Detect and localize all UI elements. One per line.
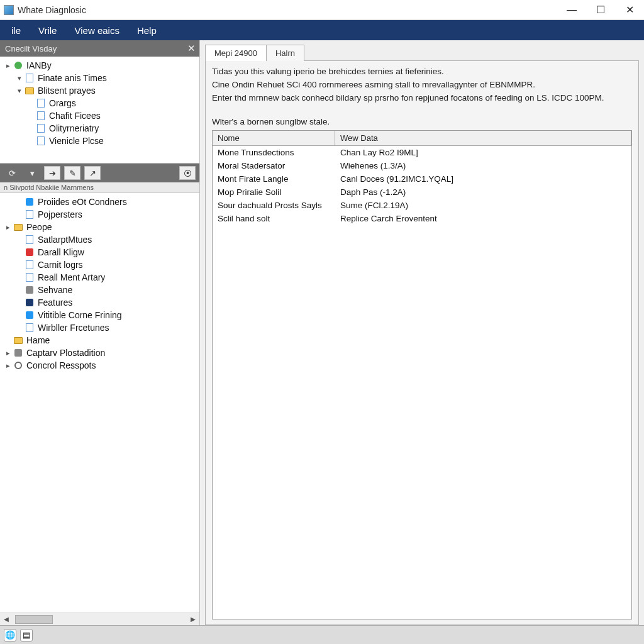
cell-name: Mop Priralie Solil bbox=[213, 186, 335, 199]
toolbar-dropdown-icon[interactable]: ▾ bbox=[24, 166, 40, 180]
doc-icon bbox=[35, 98, 47, 108]
lower-node-9[interactable]: Vititible Corne Frining bbox=[1, 309, 198, 321]
table-row[interactable]: Sour dachuald Prosts SaylsSume (FCl.2.19… bbox=[213, 199, 631, 212]
lower-node-1[interactable]: Pojpersters bbox=[1, 208, 198, 221]
doc-icon bbox=[35, 136, 47, 146]
doc-icon bbox=[35, 123, 47, 133]
tree-lower[interactable]: Proiides eOt CondnersPojpersters▸PeopeSa… bbox=[0, 193, 199, 613]
tab-body: Tidas you this valung iperio be brehicde… bbox=[205, 60, 639, 625]
twist-icon[interactable]: ▾ bbox=[15, 87, 24, 95]
upper-node-0[interactable]: ▸IANBy bbox=[1, 59, 198, 72]
grid-header: Nome Wew Data bbox=[213, 131, 631, 146]
grid-body[interactable]: Mone TrunsdectionsChan Lay Ro2 I9ML]Mora… bbox=[213, 146, 631, 619]
tab-0[interactable]: Mepi 24900 bbox=[205, 45, 267, 61]
twist-icon[interactable]: ▾ bbox=[15, 74, 24, 82]
cell-data: Chan Lay Ro2 I9ML] bbox=[335, 146, 631, 159]
tree-node-label: Carnit logrs bbox=[38, 260, 83, 270]
column-header-data[interactable]: Wew Data bbox=[335, 131, 631, 145]
cell-data: Replice Carch Eroventent bbox=[335, 212, 631, 225]
toolbar-open-button[interactable]: ↗ bbox=[84, 166, 101, 180]
tree-node-label: Peope bbox=[26, 222, 52, 232]
lower-node-6[interactable]: Reall Ment Artary bbox=[1, 271, 198, 284]
tree-node-label: Sehvane bbox=[38, 285, 72, 295]
darkblue-icon bbox=[24, 297, 35, 308]
status-globe-icon[interactable]: 🌐 bbox=[4, 629, 16, 641]
window-title: Whate Diagnlosic bbox=[18, 5, 86, 15]
menu-help[interactable]: Help bbox=[128, 21, 165, 40]
toolbar-refresh-icon[interactable]: ⟳ bbox=[4, 166, 20, 180]
upper-node-6[interactable]: Vienicle Plcse bbox=[1, 135, 198, 147]
lower-node-7[interactable]: Sehvane bbox=[1, 284, 198, 296]
cell-name: Mont Firate Langle bbox=[213, 172, 335, 186]
twist-icon[interactable]: ▸ bbox=[4, 349, 13, 357]
tree-node-label: SatlarptMtues bbox=[38, 235, 92, 245]
cell-data: Daph Pas (-1.2A) bbox=[335, 186, 631, 199]
panel-close-icon[interactable]: ✕ bbox=[183, 43, 199, 54]
maximize-button[interactable]: ☐ bbox=[586, 0, 615, 20]
upper-node-1[interactable]: ▾Finate anis Times bbox=[1, 72, 198, 84]
tree-node-label: Captarv Plostadition bbox=[26, 348, 105, 358]
cell-name: Mone Trunsdections bbox=[213, 146, 335, 159]
upper-node-3[interactable]: Orargs bbox=[1, 97, 198, 109]
lower-node-8[interactable]: Features bbox=[1, 296, 198, 309]
status-bar: 🌐 ▤ bbox=[0, 625, 644, 644]
lower-node-5[interactable]: Carnit logrs bbox=[1, 258, 198, 271]
lower-node-2[interactable]: ▸Peope bbox=[1, 221, 198, 233]
menu-view[interactable]: View eaics bbox=[65, 21, 128, 40]
sidebar-panel-title: Cnecilt Visday bbox=[5, 44, 57, 53]
tree-node-label: Vienicle Plcse bbox=[49, 136, 104, 146]
data-grid: Nome Wew Data Mone TrunsdectionsChan Lay… bbox=[212, 130, 632, 619]
lower-node-13[interactable]: ▸Concrol Resspots bbox=[1, 359, 198, 372]
menu-file[interactable]: ile bbox=[3, 21, 30, 40]
table-row[interactable]: Sclil hand soltReplice Carch Eroventent bbox=[213, 212, 631, 225]
sidebar-toolbar: ⟳ ▾ ➔ ✎ ↗ ⦿ bbox=[0, 164, 199, 182]
toolbar-record-button[interactable]: ⦿ bbox=[179, 166, 196, 180]
cell-data: Canl Doces (91.2IMC1.YQAL] bbox=[335, 172, 631, 186]
lower-node-12[interactable]: ▸Captarv Plostadition bbox=[1, 347, 198, 359]
scroll-thumb[interactable] bbox=[15, 615, 53, 624]
tree-node-label: IANBy bbox=[26, 60, 52, 70]
table-row[interactable]: Moral StadersatorWiehenes (1.3/A) bbox=[213, 159, 631, 172]
tab-strip: Mepi 24900Halrn bbox=[205, 44, 639, 60]
lower-node-3[interactable]: SatlarptMtues bbox=[1, 233, 198, 246]
upper-node-4[interactable]: Chafit Ficees bbox=[1, 109, 198, 122]
doc-icon bbox=[35, 111, 47, 121]
tree-node-label: Orargs bbox=[49, 98, 76, 108]
folder-icon bbox=[13, 222, 24, 232]
tree-node-label: Hame bbox=[26, 335, 50, 345]
grid-caption: Wlter's a bornen sunglbw stale. bbox=[212, 117, 632, 126]
description-line-1: Cine Ondin Rehuet SCi 400 rornmerees asr… bbox=[212, 79, 632, 91]
upper-node-5[interactable]: Olityrneriatry bbox=[1, 122, 198, 135]
tree-node-label: Reall Ment Artary bbox=[38, 272, 105, 282]
lower-node-10[interactable]: Wirbller Frcetunes bbox=[1, 321, 198, 334]
tree-upper[interactable]: ▸IANBy▾Finate anis Times▾Blitsent prayes… bbox=[0, 57, 199, 164]
tab-1[interactable]: Halrn bbox=[266, 45, 304, 61]
twist-icon[interactable]: ▸ bbox=[4, 223, 13, 231]
menu-vrile[interactable]: Vrile bbox=[30, 21, 65, 40]
upper-node-2[interactable]: ▾Blitsent prayes bbox=[1, 84, 198, 97]
cell-name: Moral Stadersator bbox=[213, 159, 335, 172]
lower-node-11[interactable]: Hame bbox=[1, 334, 198, 347]
table-row[interactable]: Mop Priralie SolilDaph Pas (-1.2A) bbox=[213, 186, 631, 199]
twist-icon[interactable]: ▸ bbox=[4, 62, 13, 70]
folder-icon bbox=[24, 86, 35, 96]
toolbar-forward-button[interactable]: ➔ bbox=[44, 166, 60, 180]
close-button[interactable]: ✕ bbox=[615, 0, 644, 20]
description-line-0: Tidas you this valung iperio be brehicde… bbox=[212, 66, 632, 78]
lower-node-4[interactable]: Darall Kligw bbox=[1, 246, 198, 258]
tree-node-label: Proiides eOt Condners bbox=[38, 197, 127, 207]
tree-node-label: Concrol Resspots bbox=[26, 360, 96, 370]
scroll-left-icon[interactable]: ◄ bbox=[0, 614, 13, 624]
lower-node-0[interactable]: Proiides eOt Condners bbox=[1, 196, 198, 208]
status-chart-icon[interactable]: ▤ bbox=[20, 629, 33, 641]
minimize-button[interactable]: — bbox=[557, 0, 586, 20]
table-row[interactable]: Mone TrunsdectionsChan Lay Ro2 I9ML] bbox=[213, 146, 631, 159]
folder-icon bbox=[13, 335, 24, 345]
column-header-name[interactable]: Nome bbox=[213, 131, 335, 145]
table-row[interactable]: Mont Firate LangleCanl Doces (91.2IMC1.Y… bbox=[213, 172, 631, 186]
sidebar-horizontal-scrollbar[interactable]: ◄ ► bbox=[0, 613, 199, 625]
scroll-right-icon[interactable]: ► bbox=[187, 614, 199, 624]
twist-icon[interactable]: ▸ bbox=[4, 362, 13, 370]
toolbar-settings-button[interactable]: ✎ bbox=[64, 166, 80, 180]
description-block: Tidas you this valung iperio be brehicde… bbox=[212, 66, 632, 106]
